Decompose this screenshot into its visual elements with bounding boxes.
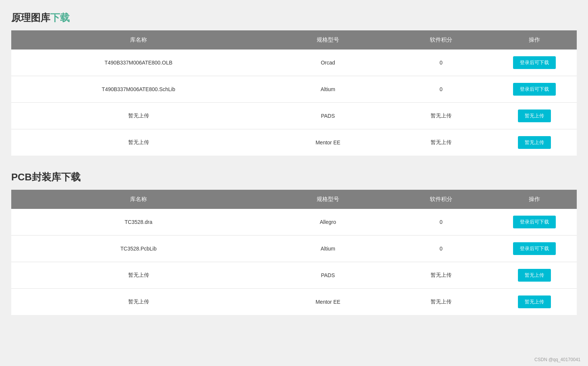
cell-action: 暂无上传 bbox=[492, 289, 577, 315]
cell-score: 暂无上传 bbox=[390, 262, 492, 289]
no-upload-button[interactable]: 暂无上传 bbox=[518, 136, 551, 149]
cell-name: 暂无上传 bbox=[11, 289, 266, 315]
cell-action: 暂无上传 bbox=[492, 262, 577, 289]
table-row: 暂无上传Mentor EE暂无上传暂无上传 bbox=[11, 289, 577, 315]
cell-spec: PADS bbox=[266, 262, 390, 289]
cell-spec: Mentor EE bbox=[266, 129, 390, 156]
cell-spec: Orcad bbox=[266, 50, 390, 76]
schematic-section: 原理图库下载 库名称 规格型号 软件积分 操作 T490B337M006ATE8… bbox=[11, 11, 577, 156]
cell-score: 0 bbox=[390, 76, 492, 103]
table-row: 暂无上传PADS暂无上传暂无上传 bbox=[11, 262, 577, 289]
cell-action: 登录后可下载 bbox=[492, 209, 577, 236]
pcb-table-body: TC3528.draAllegro0登录后可下载TC3528.PcbLibAlt… bbox=[11, 209, 577, 315]
schematic-title-highlight: 下载 bbox=[50, 12, 70, 23]
cell-action: 登录后可下载 bbox=[492, 236, 577, 262]
no-upload-button[interactable]: 暂无上传 bbox=[518, 269, 551, 282]
table-row: 暂无上传Mentor EE暂无上传暂无上传 bbox=[11, 129, 577, 156]
pcb-header-spec: 规格型号 bbox=[266, 190, 390, 209]
table-row: T490B337M006ATE800.OLBOrcad0登录后可下载 bbox=[11, 50, 577, 76]
cell-name: TC3528.dra bbox=[11, 209, 266, 236]
cell-action: 暂无上传 bbox=[492, 129, 577, 156]
pcb-title: PCB封装库下载 bbox=[11, 171, 577, 184]
cell-name: 暂无上传 bbox=[11, 103, 266, 129]
pcb-section: PCB封装库下载 库名称 规格型号 软件积分 操作 TC3528.draAlle… bbox=[11, 171, 577, 315]
pcb-table-header: 库名称 规格型号 软件积分 操作 bbox=[11, 190, 577, 209]
cell-spec: Altium bbox=[266, 76, 390, 103]
schematic-table-header: 库名称 规格型号 软件积分 操作 bbox=[11, 30, 577, 50]
cell-action: 登录后可下载 bbox=[492, 76, 577, 103]
download-button[interactable]: 登录后可下载 bbox=[513, 216, 556, 228]
pcb-header-action: 操作 bbox=[492, 190, 577, 209]
watermark: CSDN @qq_40170041 bbox=[534, 357, 581, 362]
schematic-header-score: 软件积分 bbox=[390, 30, 492, 50]
cell-spec: Altium bbox=[266, 236, 390, 262]
cell-score: 0 bbox=[390, 209, 492, 236]
cell-score: 暂无上传 bbox=[390, 289, 492, 315]
cell-score: 0 bbox=[390, 50, 492, 76]
cell-action: 登录后可下载 bbox=[492, 50, 577, 76]
cell-name: 暂无上传 bbox=[11, 129, 266, 156]
cell-name: T490B337M006ATE800.SchLib bbox=[11, 76, 266, 103]
pcb-header-name: 库名称 bbox=[11, 190, 266, 209]
table-row: TC3528.PcbLibAltium0登录后可下载 bbox=[11, 236, 577, 262]
cell-spec: Mentor EE bbox=[266, 289, 390, 315]
cell-name: 暂无上传 bbox=[11, 262, 266, 289]
table-row: 暂无上传PADS暂无上传暂无上传 bbox=[11, 103, 577, 129]
download-button[interactable]: 登录后可下载 bbox=[513, 242, 556, 255]
pcb-table: 库名称 规格型号 软件积分 操作 TC3528.draAllegro0登录后可下… bbox=[11, 190, 577, 315]
cell-score: 0 bbox=[390, 236, 492, 262]
schematic-title-part1: 原理图库 bbox=[11, 12, 50, 23]
cell-name: TC3528.PcbLib bbox=[11, 236, 266, 262]
cell-spec: PADS bbox=[266, 103, 390, 129]
schematic-table-body: T490B337M006ATE800.OLBOrcad0登录后可下载T490B3… bbox=[11, 50, 577, 156]
cell-action: 暂无上传 bbox=[492, 103, 577, 129]
schematic-table: 库名称 规格型号 软件积分 操作 T490B337M006ATE800.OLBO… bbox=[11, 30, 577, 156]
pcb-header-score: 软件积分 bbox=[390, 190, 492, 209]
download-button[interactable]: 登录后可下载 bbox=[513, 83, 556, 96]
download-button[interactable]: 登录后可下载 bbox=[513, 56, 556, 69]
schematic-header-name: 库名称 bbox=[11, 30, 266, 50]
no-upload-button[interactable]: 暂无上传 bbox=[518, 110, 551, 122]
schematic-header-action: 操作 bbox=[492, 30, 577, 50]
cell-name: T490B337M006ATE800.OLB bbox=[11, 50, 266, 76]
table-row: T490B337M006ATE800.SchLibAltium0登录后可下载 bbox=[11, 76, 577, 103]
cell-spec: Allegro bbox=[266, 209, 390, 236]
schematic-header-spec: 规格型号 bbox=[266, 30, 390, 50]
cell-score: 暂无上传 bbox=[390, 129, 492, 156]
cell-score: 暂无上传 bbox=[390, 103, 492, 129]
table-row: TC3528.draAllegro0登录后可下载 bbox=[11, 209, 577, 236]
no-upload-button[interactable]: 暂无上传 bbox=[518, 296, 551, 308]
schematic-title: 原理图库下载 bbox=[11, 11, 577, 24]
